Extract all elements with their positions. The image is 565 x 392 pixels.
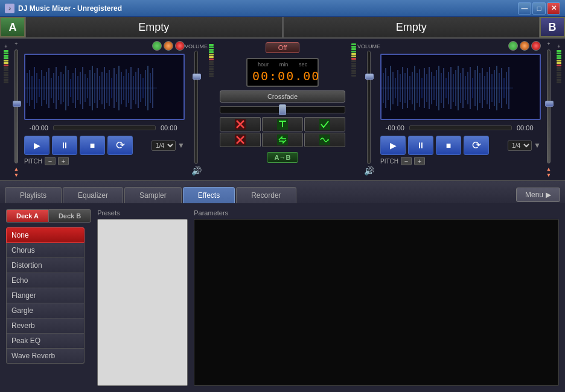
cf-btn-t[interactable] xyxy=(262,117,303,131)
effect-none[interactable]: None xyxy=(6,227,85,243)
effect-wave-reverb[interactable]: Wave Reverb xyxy=(6,349,85,364)
deck-a-pause-button[interactable]: ⏸ xyxy=(52,136,77,155)
off-button[interactable]: Off xyxy=(266,42,299,53)
svg-rect-101 xyxy=(458,66,459,110)
hour-label: hour xyxy=(258,62,269,68)
svg-rect-38 xyxy=(111,78,112,98)
deck-a-pitch-minus[interactable]: − xyxy=(45,157,56,165)
deck-a-progress-bar[interactable] xyxy=(53,125,156,130)
svg-rect-105 xyxy=(467,72,468,104)
deck-a-sync-button[interactable]: ⟳ xyxy=(107,136,133,155)
ab-button[interactable]: A→B xyxy=(267,152,299,163)
tab-recorder[interactable]: Recorder xyxy=(236,187,296,203)
deck-b-play-button[interactable]: ▶ xyxy=(380,136,406,155)
effect-chorus[interactable]: Chorus xyxy=(6,243,85,258)
svg-rect-121 xyxy=(506,72,507,104)
deck-a-pitch-plus[interactable]: + xyxy=(58,157,69,165)
deck-b-volume[interactable]: VOLUME 🔊 xyxy=(360,41,378,178)
svg-rect-120 xyxy=(503,78,505,98)
deck-a-bpm-select[interactable]: 1/4 1/2 1 xyxy=(152,141,176,151)
deck-b-pitch-label: PITCH xyxy=(380,158,398,165)
deck-a-pitch-slider[interactable]: + ▲▼ xyxy=(11,41,22,178)
tab-equalizer[interactable]: Equalizer xyxy=(63,187,123,203)
svg-rect-55 xyxy=(152,68,153,108)
deck-a-btn2[interactable] xyxy=(164,41,173,51)
tab-sampler[interactable]: Sampler xyxy=(124,187,182,203)
svg-rect-11 xyxy=(46,72,47,104)
svg-rect-99 xyxy=(453,74,454,102)
svg-rect-12 xyxy=(48,68,49,108)
deck-b-pitch-minus[interactable]: − xyxy=(401,157,412,165)
tab-playlists[interactable]: Playlists xyxy=(5,187,62,203)
deck-b-select-button[interactable]: Deck B xyxy=(48,209,91,223)
presets-list[interactable] xyxy=(97,219,188,386)
svg-rect-23 xyxy=(75,68,76,108)
presets-panel: Presets xyxy=(97,209,188,386)
effect-reverb[interactable]: Reverb xyxy=(6,318,85,334)
deck-a-btn3[interactable] xyxy=(175,41,185,51)
svg-rect-10 xyxy=(43,76,45,100)
svg-rect-16 xyxy=(58,76,59,100)
crossfade-slider[interactable] xyxy=(220,106,345,113)
svg-rect-103 xyxy=(462,68,464,108)
deck-b-sync-button[interactable]: ⟳ xyxy=(464,136,489,155)
effect-flanger[interactable]: Flanger xyxy=(6,288,85,303)
deck-b-btn1[interactable] xyxy=(508,41,518,51)
svg-rect-40 xyxy=(116,74,117,102)
cf-btn-wave[interactable] xyxy=(304,133,345,147)
minimize-button[interactable]: — xyxy=(518,2,531,14)
deck-a-title: Empty xyxy=(25,17,282,37)
effect-distortion[interactable]: Distortion xyxy=(6,258,85,273)
cf-btn-x2[interactable] xyxy=(220,133,261,147)
app-icon: ♪ xyxy=(5,4,14,13)
deck-b-waveform xyxy=(380,54,541,120)
cf-btn-check[interactable] xyxy=(304,117,345,131)
svg-rect-106 xyxy=(470,67,471,109)
effect-gargle[interactable]: Gargle xyxy=(6,303,85,318)
svg-rect-43 xyxy=(123,76,124,100)
svg-rect-77 xyxy=(400,74,401,102)
deck-a-stop-button[interactable]: ■ xyxy=(80,136,105,155)
deck-b-btn3[interactable] xyxy=(531,41,541,51)
maximize-button[interactable]: □ xyxy=(532,2,546,14)
deck-b-pause-button[interactable]: ⏸ xyxy=(408,136,433,155)
deck-b-pitch-slider[interactable]: + ▲▼ xyxy=(543,41,554,178)
deck-b-progress-bar[interactable] xyxy=(409,125,512,130)
effect-echo[interactable]: Echo xyxy=(6,273,85,288)
deck-b-bpm-select[interactable]: 1/4 1/2 1 xyxy=(508,141,532,151)
deck-b-vol-track[interactable] xyxy=(367,51,371,164)
svg-rect-90 xyxy=(431,72,432,104)
sec-label: sec xyxy=(299,62,307,68)
effect-peak-eq[interactable]: Peak EQ xyxy=(6,334,85,349)
tab-effects[interactable]: Effects xyxy=(183,187,235,203)
svg-rect-35 xyxy=(104,67,105,109)
deck-a-btn1[interactable] xyxy=(152,41,162,51)
min-label: min xyxy=(279,62,289,68)
deck-a-select-button[interactable]: Deck A xyxy=(6,209,48,223)
crossfade-thumb xyxy=(279,104,286,115)
app-title: DJ Music Mixer - Unregistered xyxy=(18,4,122,13)
svg-rect-47 xyxy=(133,76,134,100)
svg-rect-21 xyxy=(70,79,71,97)
crossfade-button[interactable]: Crossfade xyxy=(220,90,345,103)
deck-a-volume[interactable]: VOLUME 🔊 xyxy=(187,41,205,178)
svg-rect-96 xyxy=(445,78,447,98)
deck-a-time-total: 00:00 xyxy=(161,124,185,131)
deck-b-pitch-plus[interactable]: + xyxy=(414,157,425,165)
svg-rect-51 xyxy=(142,78,144,98)
deck-a-vol-track[interactable] xyxy=(194,51,198,164)
deck-b-vu-right: + xyxy=(555,41,563,178)
close-button[interactable]: ✕ xyxy=(547,2,560,14)
cf-btn-x[interactable] xyxy=(220,117,261,131)
svg-rect-118 xyxy=(499,73,500,103)
svg-rect-122 xyxy=(508,67,509,109)
cf-btn-arrows[interactable] xyxy=(262,133,303,147)
svg-rect-108 xyxy=(474,70,476,106)
deck-a-play-button[interactable]: ▶ xyxy=(24,136,49,155)
menu-button[interactable]: Menu ▶ xyxy=(516,188,560,202)
deck-b-stop-button[interactable]: ■ xyxy=(436,136,461,155)
deck-b-label: B xyxy=(540,17,565,37)
deck-b-btn2[interactable] xyxy=(520,41,529,51)
svg-rect-94 xyxy=(441,73,442,103)
deck-b-time-current: -00:00 xyxy=(380,124,404,131)
